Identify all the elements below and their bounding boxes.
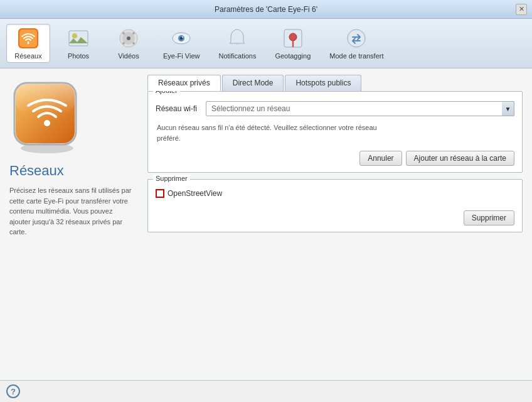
- delete-button[interactable]: Supprimer: [464, 210, 514, 225]
- sidebar-description: Précisez les réseaux sans fil utilisés p…: [9, 185, 135, 237]
- add-section-content: Réseau wi-fi Sélectionnez un réseau ▼ Au…: [148, 92, 522, 172]
- delete-section-content: OpenStreetView Supprimer: [148, 180, 522, 232]
- toolbar-item-reseaux[interactable]: Réseaux: [6, 24, 50, 63]
- add-section: Ajouter Réseau wi-fi Sélectionnez un rés…: [147, 91, 523, 173]
- svg-point-10: [132, 42, 135, 45]
- svg-point-14: [182, 36, 183, 38]
- right-panel: Réseaux privés Direct Mode Hotspots publ…: [144, 68, 532, 380]
- main-window: Réseaux Photos: [0, 19, 532, 402]
- content-area: Réseaux Précisez les réseaux sans fil ut…: [0, 68, 532, 380]
- delete-item-openstreetview: OpenStreetView: [156, 189, 514, 198]
- svg-point-3: [72, 33, 77, 38]
- svg-point-16: [289, 33, 297, 41]
- bottom-bar: ?: [0, 380, 532, 402]
- toolbar: Réseaux Photos: [0, 19, 532, 68]
- notifications-icon: [226, 27, 248, 50]
- close-button[interactable]: ✕: [516, 4, 527, 15]
- wifi-row: Réseau wi-fi Sélectionnez un réseau ▼: [156, 101, 514, 116]
- select-wrapper: Sélectionnez un réseau ▼: [206, 101, 514, 116]
- window-title: Paramètres de 'Carte Eye-Fi 6': [215, 5, 317, 14]
- cancel-button[interactable]: Annuler: [359, 151, 402, 166]
- videos-icon: [117, 27, 140, 50]
- toolbar-item-geotagging[interactable]: Geotagging: [269, 24, 317, 62]
- sidebar: Réseaux Précisez les réseaux sans fil ut…: [0, 68, 144, 380]
- wifi-select[interactable]: Sélectionnez un réseau: [206, 101, 514, 116]
- svg-rect-2: [69, 31, 88, 46]
- title-bar: Paramètres de 'Carte Eye-Fi 6' ✕: [0, 0, 532, 19]
- svg-point-22: [44, 120, 50, 126]
- tab-direct-mode[interactable]: Direct Mode: [222, 75, 284, 91]
- sidebar-wifi-icon: [9, 78, 85, 153]
- toolbar-label-photos: Photos: [68, 52, 89, 60]
- photos-icon: [67, 27, 90, 50]
- add-network-button[interactable]: Ajouter un réseau à la carte: [406, 151, 514, 166]
- transfer-icon: [345, 27, 368, 50]
- geotagging-icon: [282, 27, 304, 50]
- toolbar-label-eyefi: Eye-Fi View: [163, 52, 200, 60]
- tabs-container: Réseaux privés Direct Mode Hotspots publ…: [147, 75, 523, 91]
- tab-reseaux-prives[interactable]: Réseaux privés: [147, 75, 221, 91]
- toolbar-label-notif: Notifications: [218, 52, 256, 60]
- eyefi-icon: [170, 27, 193, 50]
- svg-point-8: [132, 32, 135, 35]
- svg-point-9: [122, 42, 125, 45]
- toolbar-label-reseaux: Réseaux: [14, 52, 41, 60]
- add-action-buttons: Annuler Ajouter un réseau à la carte: [156, 151, 514, 166]
- toolbar-label-transfer: Mode de transfert: [329, 52, 383, 60]
- delete-section-legend: Supprimer: [153, 175, 190, 182]
- toolbar-label-geo: Geotagging: [275, 52, 311, 60]
- svg-point-7: [122, 32, 125, 35]
- toolbar-item-videos[interactable]: Vidéos: [107, 24, 151, 62]
- no-network-message: Aucun réseau sans fil n'a été détecté. V…: [156, 122, 514, 143]
- sidebar-title: Réseaux: [9, 163, 135, 179]
- help-button[interactable]: ?: [6, 384, 20, 398]
- svg-point-6: [127, 36, 130, 40]
- network-icon: [17, 27, 40, 50]
- tab-hotspots-publics[interactable]: Hotspots publics: [285, 75, 361, 91]
- delete-section: Supprimer OpenStreetView Supprimer: [147, 179, 523, 232]
- openstreetview-checkbox[interactable]: [156, 189, 164, 198]
- openstreetview-label: OpenStreetView: [168, 189, 222, 198]
- select-arrow-icon[interactable]: ▼: [502, 101, 514, 116]
- toolbar-label-videos: Vidéos: [118, 52, 139, 60]
- delete-action-buttons: Supprimer: [156, 210, 514, 225]
- toolbar-item-eyefi[interactable]: Eye-Fi View: [157, 24, 206, 62]
- toolbar-item-mode-transfert[interactable]: Mode de transfert: [323, 24, 390, 62]
- toolbar-item-photos[interactable]: Photos: [56, 24, 100, 62]
- toolbar-item-notifications[interactable]: Notifications: [212, 24, 262, 62]
- svg-rect-17: [348, 30, 365, 47]
- wifi-label: Réseau wi-fi: [156, 104, 200, 113]
